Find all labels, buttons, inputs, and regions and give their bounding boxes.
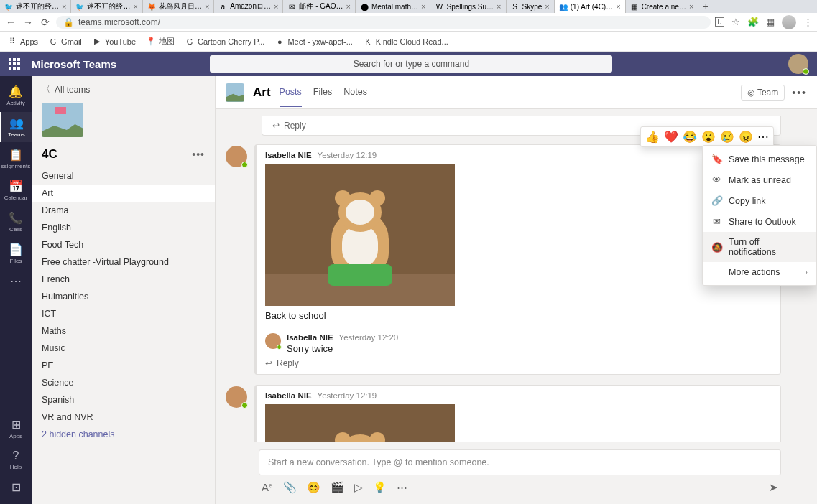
reaction-emoji[interactable]: ❤️ (664, 130, 678, 144)
bookmark[interactable]: ▶YouTube (92, 37, 136, 47)
menu-item[interactable]: 🔗Copy link (703, 190, 816, 211)
channel-item[interactable]: Music (32, 340, 215, 357)
close-icon[interactable]: × (616, 2, 620, 11)
rail-item-teams[interactable]: 👥Teams (0, 112, 32, 142)
reaction-emoji[interactable]: 😠 (739, 130, 753, 144)
channel-item[interactable]: Art (32, 185, 215, 202)
reaction-emoji[interactable]: 😂 (683, 130, 697, 144)
channel-item[interactable]: Maths (32, 322, 215, 340)
menu-item[interactable]: More actions› (703, 262, 816, 282)
hidden-channels-link[interactable]: 2 hidden channels (32, 426, 215, 443)
message-image[interactable] (265, 164, 455, 306)
browser-tab[interactable]: 🐦迷不开的经…× (71, 0, 142, 13)
channel-item[interactable]: Food Tech (32, 236, 215, 253)
channel-item[interactable]: Free chatter -Virtual Playground (32, 253, 215, 271)
rail-item-ssignments[interactable]: 📋ssignments (0, 144, 32, 174)
channel-item[interactable]: English (32, 219, 215, 236)
nav-forward[interactable]: → (22, 17, 34, 28)
star-icon[interactable]: ☆ (731, 17, 740, 27)
browser-tab[interactable]: WSpellings Su…× (430, 0, 506, 13)
avatar[interactable] (265, 333, 281, 349)
browser-tab[interactable]: aAmazonロ…× (214, 0, 283, 13)
menu-item[interactable]: 👁Mark as unread (703, 169, 816, 190)
avatar[interactable] (226, 386, 247, 408)
channel-more-icon[interactable]: ••• (792, 87, 807, 98)
channel-tab-posts[interactable]: Posts (280, 78, 302, 107)
compose-tool[interactable]: 💡 (373, 481, 387, 494)
menu-item[interactable]: 🔖Save this message (703, 149, 816, 169)
all-teams-link[interactable]: 〈All teams (32, 76, 215, 103)
puzzle-icon[interactable]: 🧩 (747, 17, 759, 27)
browser-menu[interactable]: ⋮ (803, 17, 813, 27)
channel-item[interactable]: VR and NVR (32, 409, 215, 426)
rail-item-extra[interactable]: ⊡ (0, 476, 32, 498)
search-input[interactable]: Search for or type a command (210, 55, 612, 73)
close-icon[interactable]: × (421, 2, 425, 11)
browser-tab[interactable]: 🦊花鸟风月日…× (143, 0, 214, 13)
compose-input[interactable]: Start a new conversation. Type @ to ment… (259, 449, 781, 475)
nav-reload[interactable]: ⟳ (39, 17, 52, 28)
rail-item-files[interactable]: 📄Files (0, 238, 32, 269)
bookmark[interactable]: 📍地图 (146, 36, 175, 47)
send-button[interactable]: ➤ (769, 481, 778, 494)
profile-avatar[interactable] (788, 54, 808, 74)
rail-item-activity[interactable]: 🔔Activity (0, 80, 32, 111)
close-icon[interactable]: × (545, 2, 549, 11)
rail-item-apps[interactable]: ⊞Apps (0, 414, 32, 444)
close-icon[interactable]: × (346, 2, 351, 11)
close-icon[interactable]: × (133, 2, 137, 11)
reaction-emoji[interactable]: 😢 (720, 130, 734, 144)
rail-item-help[interactable]: ?Help (0, 445, 32, 475)
grid-icon[interactable]: ▦ (766, 17, 775, 27)
close-icon[interactable]: × (689, 2, 693, 11)
message-image[interactable] (265, 404, 455, 442)
reaction-emoji[interactable]: 😮 (701, 130, 716, 144)
browser-tab[interactable]: 🐦迷不开的经…× (0, 0, 71, 13)
channel-item[interactable]: ICT (32, 305, 215, 322)
bookmark[interactable]: ⠿Apps (7, 37, 38, 47)
compose-tool[interactable]: 😊 (307, 481, 320, 494)
browser-tab[interactable]: ⬤Mental math…× (356, 0, 430, 13)
bookmark[interactable]: KKindle Cloud Read... (363, 37, 448, 47)
compose-tool[interactable]: 📎 (283, 481, 297, 494)
channel-tab-notes[interactable]: Notes (343, 78, 367, 107)
channel-item[interactable]: French (32, 271, 215, 288)
team-pill[interactable]: ◎Team (741, 85, 785, 101)
nav-back[interactable]: ← (4, 17, 17, 28)
browser-tab[interactable]: 👥(1) Art (4C)…× (555, 0, 626, 13)
more-icon[interactable]: ⋯ (757, 130, 769, 144)
compose-tool[interactable]: Aᵃ (262, 481, 273, 494)
menu-item[interactable]: 🔕Turn off notifications (703, 232, 816, 262)
translate-icon[interactable]: 🄶 (715, 17, 724, 27)
bookmark[interactable]: ●Meet - yxw-apct-... (274, 37, 352, 47)
reaction-emoji[interactable]: 👍 (645, 130, 660, 144)
compose-tool[interactable]: 🎬 (331, 481, 344, 494)
avatar[interactable] (226, 146, 247, 167)
channel-item[interactable]: Science (32, 374, 215, 391)
channel-tab-files[interactable]: Files (313, 78, 332, 107)
browser-tab[interactable]: SSkype× (507, 0, 555, 13)
channel-item[interactable]: Huimanities (32, 288, 215, 305)
rail-item-calls[interactable]: 📞Calls (0, 207, 32, 237)
channel-item[interactable]: PE (32, 357, 215, 374)
bookmark[interactable]: GCartoon Cherry P... (185, 37, 264, 47)
channel-item[interactable]: Drama (32, 202, 215, 219)
url-input[interactable]: 🔒teams.microsoft.com/ (56, 16, 711, 29)
compose-tool[interactable]: ▷ (354, 481, 363, 494)
close-icon[interactable]: × (62, 2, 66, 11)
browser-tab[interactable]: ▦Create a ne…× (626, 0, 699, 13)
team-avatar[interactable] (42, 103, 83, 137)
close-icon[interactable]: × (205, 2, 209, 11)
compose-tool[interactable]: ⋯ (397, 481, 407, 494)
close-icon[interactable]: × (274, 2, 278, 11)
reply-button[interactable]: ↩Reply (265, 354, 772, 368)
browser-profile[interactable] (782, 15, 796, 29)
bookmark[interactable]: GGmail (48, 37, 82, 47)
browser-tab[interactable]: ✉邮件 - GAO…× (283, 0, 356, 13)
channel-item[interactable]: General (32, 167, 215, 185)
new-tab-button[interactable]: + (698, 1, 713, 12)
app-launcher-icon[interactable] (9, 58, 20, 70)
rail-item-calendar[interactable]: 📅Calendar (0, 175, 32, 205)
channel-item[interactable]: Spanish (32, 391, 215, 409)
team-more-icon[interactable]: ••• (192, 149, 205, 160)
